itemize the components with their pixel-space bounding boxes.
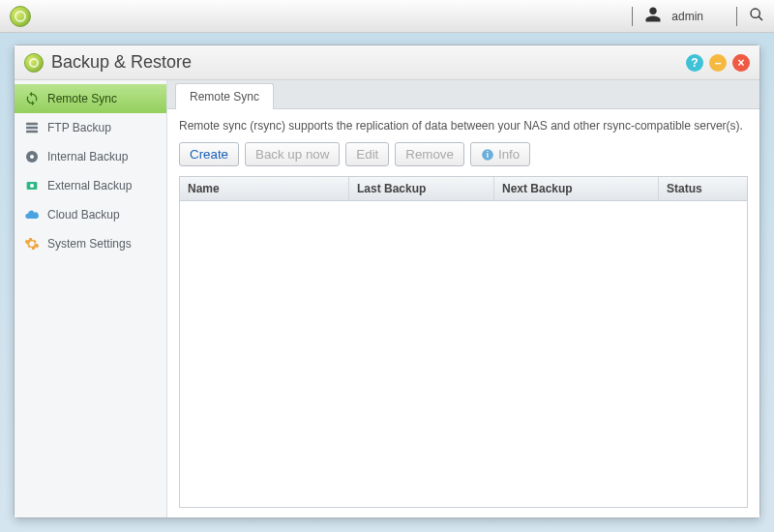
- col-header-last-backup[interactable]: Last Backup: [349, 177, 494, 200]
- sidebar-item-label: Cloud Backup: [47, 208, 120, 222]
- window-title: Backup & Restore: [51, 52, 192, 73]
- server-icon: [24, 120, 40, 135]
- sidebar-item-label: Internal Backup: [47, 150, 128, 163]
- close-button[interactable]: ×: [732, 54, 750, 72]
- os-logo-icon[interactable]: [10, 6, 31, 27]
- svg-rect-4: [26, 131, 38, 133]
- table-body-empty: [180, 201, 747, 507]
- help-button[interactable]: ?: [686, 54, 703, 72]
- window-titlebar: Backup & Restore ? – ×: [15, 45, 759, 80]
- action-toolbar: Create Back up now Edit Remove i Info: [179, 142, 748, 166]
- gear-icon: [24, 236, 40, 251]
- svg-point-8: [30, 184, 34, 188]
- main-panel: Remote Sync Remote sync (rsync) supports…: [167, 80, 759, 517]
- external-disk-icon: [24, 178, 40, 193]
- desktop-taskbar: admin: [0, 0, 774, 33]
- svg-rect-2: [26, 123, 38, 126]
- svg-line-1: [759, 16, 762, 20]
- backup-now-button[interactable]: Back up now: [245, 142, 340, 166]
- sidebar-nav: Remote Sync FTP Backup Internal Backup E…: [15, 80, 167, 517]
- sidebar-item-external-backup[interactable]: External Backup: [15, 171, 166, 200]
- svg-point-0: [751, 9, 759, 17]
- sidebar-item-label: External Backup: [47, 179, 132, 192]
- col-header-name[interactable]: Name: [180, 177, 349, 200]
- sidebar-item-remote-sync[interactable]: Remote Sync: [15, 84, 166, 113]
- col-header-next-backup[interactable]: Next Backup: [494, 177, 659, 200]
- sidebar-item-label: System Settings: [47, 237, 132, 251]
- svg-rect-3: [26, 127, 38, 130]
- table-header-row: Name Last Backup Next Backup Status: [180, 177, 747, 201]
- backup-restore-window: Backup & Restore ? – × Remote Sync FTP B…: [14, 44, 760, 518]
- tab-remote-sync[interactable]: Remote Sync: [175, 83, 274, 109]
- info-button-label: Info: [498, 147, 520, 162]
- svg-text:i: i: [487, 150, 489, 159]
- col-header-status[interactable]: Status: [659, 177, 747, 200]
- sidebar-item-ftp-backup[interactable]: FTP Backup: [15, 113, 166, 142]
- sidebar-item-label: FTP Backup: [47, 121, 111, 134]
- divider: [632, 7, 633, 26]
- create-button[interactable]: Create: [179, 142, 239, 166]
- sync-icon: [24, 91, 40, 106]
- sidebar-item-system-settings[interactable]: System Settings: [15, 229, 166, 258]
- svg-point-6: [30, 155, 34, 159]
- info-icon: i: [481, 148, 494, 162]
- tab-strip: Remote Sync: [167, 80, 759, 109]
- edit-button[interactable]: Edit: [345, 142, 389, 166]
- divider: [736, 7, 737, 26]
- remove-button[interactable]: Remove: [395, 142, 464, 166]
- description-text: Remote sync (rsync) supports the replica…: [179, 119, 748, 133]
- sidebar-item-cloud-backup[interactable]: Cloud Backup: [15, 200, 166, 229]
- app-logo-icon: [24, 53, 44, 73]
- disk-icon: [24, 149, 40, 164]
- user-icon[interactable]: [644, 6, 662, 26]
- cloud-icon: [24, 207, 40, 222]
- sidebar-item-label: Remote Sync: [47, 92, 117, 105]
- info-button[interactable]: i Info: [470, 142, 530, 166]
- jobs-table: Name Last Backup Next Backup Status: [179, 176, 748, 508]
- sidebar-item-internal-backup[interactable]: Internal Backup: [15, 142, 166, 171]
- username-label[interactable]: admin: [668, 10, 725, 23]
- minimize-button[interactable]: –: [709, 54, 727, 72]
- search-icon[interactable]: [749, 7, 764, 25]
